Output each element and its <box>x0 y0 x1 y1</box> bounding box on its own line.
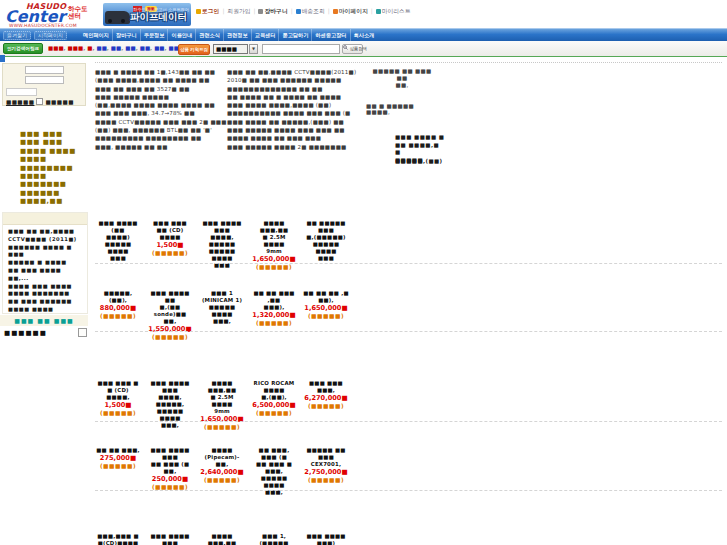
site-logo[interactable]: HASUDO Center 하수도 센터 WWW.HASUDOCENTER.CO… <box>2 1 102 27</box>
search-category-select[interactable]: ■■■■ <box>213 44 248 54</box>
product-item[interactable]: ■■ ■■■, ■■■ (■■■ ■■■ ■ ■■■,■■■■■ ■■■■■■■… <box>251 447 297 496</box>
product-item[interactable]: ■■■■ ■■■,■■■ 2.5M ■■■■9mm1,650,000■(■■■■… <box>199 380 245 431</box>
nav-menu-item[interactable]: 회사소개 <box>351 29 378 41</box>
top-link[interactable]: 마이페이지 <box>325 7 368 16</box>
top-link[interactable]: 배송조회 <box>288 7 325 16</box>
product-item[interactable]: ■■ ■■ ■■■ ,■■■■■),1,320,000■(■■■■■) <box>251 290 297 327</box>
keyword-search-button[interactable]: 상품 키워드검색 <box>178 44 210 55</box>
news-line[interactable]: ■■■■■■■■■■■■■ ■■ ■■ <box>227 85 363 93</box>
product-item[interactable]: ■■■ 1,(■■■■■■■■) ROBOCAM) <box>251 533 297 545</box>
news-line[interactable]: ■■■ ■■ ■■■ ■■ 3527■ ■■ <box>95 85 227 93</box>
news-line[interactable]: (■■■ ■■■■,■■■■ ■■ ■■■■ ■■ <box>95 76 227 84</box>
product-item[interactable]: ■■■ ■■■■ ■■■,(■■ sonde)■■■■,1,550,000■(■… <box>147 290 193 341</box>
product-item[interactable]: ■■■ ■■■ ■■■,6,270,000■(■■■■■) <box>303 380 349 410</box>
nav-tab[interactable]: 즐겨찾기 <box>3 31 31 40</box>
main-navbar: 즐겨찾기시작페이지 메인페이지장바구니주문정보이용안내관련소식관련정보교육센터묻… <box>0 28 727 41</box>
sidebar-category-link[interactable]: ■■■■ <box>20 172 88 180</box>
news-line[interactable]: ■■■■ ■■■■ ■■ ■■■ ■■■ <box>227 134 363 142</box>
nav-menu-item[interactable]: 장바구니 <box>113 29 141 41</box>
sidebar-category-link[interactable]: ■■■ ■■■ <box>20 138 88 146</box>
news-line[interactable]: ■■■ ■■■ ■■■, 34.7→78% ■■ <box>95 109 227 117</box>
news-line[interactable]: ■■■ ■■■■■ ■■■■■ <box>95 93 227 101</box>
login-id-input[interactable] <box>25 66 64 74</box>
product-item[interactable]: ■■■ ■■■ ■■ (CD) ■■■■,1,500■(■■■■■) <box>95 380 141 417</box>
sidebar-category-link[interactable]: ■■■■■■■■ <box>20 164 88 172</box>
popular-keyword[interactable]: ■■ <box>169 45 178 51</box>
product-item[interactable]: ■■ ■■■■■ ■■■■,(■■■■■)■■■■■ ■■■■■■■ <box>303 220 349 262</box>
news-line[interactable]: 2010■ ■■ ■■■ ■■■■■■ ■■■■■ <box>227 76 363 84</box>
nav-menu-item[interactable]: 하센중고장터 <box>312 29 350 41</box>
product-item[interactable]: ■■■,■■■ ■■(CD)■■■■ <box>95 533 141 545</box>
news-line[interactable]: (■■,■■■■ ■■■■ ■■■■ ■■■■ ■■ <box>95 101 227 109</box>
nav-menu-item[interactable]: 교육센터 <box>252 29 280 41</box>
news-line[interactable]: ■■■■■■■■■ ■■■■■■■■ ■■ <box>95 134 227 142</box>
product-name-line: ■ 2.5M ■■■■ <box>251 234 297 248</box>
nav-menu-item[interactable]: 묻고답하기 <box>279 29 312 41</box>
product-item[interactable]: RICO ROCAM ■■■■■,(■■),6,500,000■(■■■■■) <box>251 380 297 417</box>
product-price: 275,000■ <box>95 454 141 463</box>
sidebar-category-link[interactable]: ■■■■,■■ <box>20 197 88 205</box>
news-line[interactable]: ■■■ ■■■■ ■■■■,■■■■ (■■) <box>227 101 363 109</box>
nav-menu-item[interactable]: 주문정보 <box>141 29 169 41</box>
top-link[interactable]: 마이리스트 <box>368 7 411 16</box>
sidebar-teal-link[interactable]: ■■■ ■■ ■■■ <box>0 315 88 326</box>
popular-keyword[interactable]: ■■ <box>140 45 154 51</box>
news-line[interactable]: (■■) ■■■, ■■■■■■ BTL■■ ■■ '■' <box>95 126 227 134</box>
news-line[interactable]: ■■■ ■■■■■ ■■■■ ■■■ ■■■ ■■ <box>227 126 363 134</box>
news-line[interactable]: ■■■ ■■ ■■,■■■■ CCTV■■■■(2011■) <box>227 68 363 76</box>
notice-line: ■■ ■■■ ■■■■ <box>8 267 84 275</box>
login-link[interactable]: ■■■■■ <box>6 99 34 105</box>
sidebar-category-link[interactable]: ■■■ ■■■ <box>20 130 88 138</box>
product-item[interactable]: ■■ ■■ ■■■,275,000■(■■■■■) <box>95 447 141 470</box>
product-item[interactable]: ■■■ ■■■■ (■■■■■■)■■■■■ ■■■■■■■ <box>95 220 141 262</box>
product-item[interactable]: ■■■ 1 (MINICAM 1)■■■■■ ■■■■■■■, <box>199 290 245 325</box>
nav-menu-item[interactable]: 관련소식 <box>196 29 224 41</box>
news-line[interactable]: ■■ ■■■■ ■■ ■ ■■■■ ■■ ■■■■ <box>227 93 363 101</box>
login-code-input[interactable] <box>6 88 37 96</box>
sidebar-category-link[interactable]: ■■■■ ■■■■ <box>20 147 88 155</box>
product-item[interactable]: ■■■■■ ■■ ■■■CEX7001,2,750,000■(■■■■■) <box>303 447 349 484</box>
top-link[interactable]: 장바구니 <box>251 7 288 16</box>
news-line[interactable]: ■■■■■■■■■■ ■■■■ ■■■ ■■■ (■ <box>227 109 363 117</box>
product-item[interactable]: ■■■ ■■■■ ■■■■■■■, ■■■■■ <box>147 533 193 545</box>
popular-keyword[interactable]: ■■ <box>125 45 139 51</box>
login-password-input[interactable] <box>25 76 64 84</box>
nav-menu-item[interactable]: 관련정보 <box>224 29 252 41</box>
sidebar-category-link[interactable]: ■■■■■■■ <box>20 180 88 188</box>
news-line[interactable]: ■■■ ■■■■■ ■■■■ 2■ ■■■■■■■ <box>227 143 363 151</box>
news-line[interactable]: ■■■ ■■■■ ■■ ■■■■■,(■■■) ■■ <box>227 118 363 126</box>
news-line[interactable]: ■■■, ■■■■■ ■■ ■■ <box>95 143 227 151</box>
product-item[interactable]: ■■ ■■ ■■ ,■■■),1,650,000■(■■■■■) <box>303 290 349 320</box>
product-item[interactable]: ■■■■■,(■■),880,000■(■■■■■) <box>95 290 141 320</box>
aside-line: ■■■■■ ■■ ■■■ ■■ <box>366 68 438 82</box>
product-item[interactable]: ■■■ ■■■ ■■ (CD)■■■■1,500■(■■■■■) <box>147 220 193 257</box>
product-item[interactable]: ■■■ ■■■■ ■■■■■■■, ■■■■■■■■■■ ■■■■■■■ <box>199 220 245 269</box>
popular-keyword[interactable]: ■■■ <box>68 45 88 51</box>
product-search-button[interactable]: 상품검색 <box>342 44 363 54</box>
news-line[interactable]: ■■■■ CCTV■■■■■ ■■■ ■■■ 2■ ■■■ <box>95 118 227 126</box>
nav-menu-item[interactable]: 이용안내 <box>168 29 196 41</box>
secure-login-checkbox[interactable] <box>36 98 43 105</box>
product-item[interactable]: ■■■ ■■■■ ■■■)■■ sonde■■■■) <box>303 533 349 545</box>
product-name: ■■■ ■■■■ (■■■■■■)■■■■■ ■■■■■■■ <box>95 220 141 262</box>
row-divider <box>95 331 722 332</box>
popular-keywords-button[interactable]: 인기검색어링크 <box>3 43 43 54</box>
nav-tab[interactable]: 시작페이지 <box>34 31 67 40</box>
top-link[interactable]: 로그인 <box>196 7 219 16</box>
product-item[interactable]: ■■■ ■■■■ ■■■■■ ■■■ (■ ■■,250,000■(■■■■■) <box>147 447 193 491</box>
news-line[interactable]: ■■■ ■ ■■■■ ■■ 1■,143■■ ■■ ■■ <box>95 68 227 76</box>
popular-keyword[interactable]: ■■ <box>111 45 125 51</box>
sidebar-category-link[interactable]: ■■■■ <box>20 155 88 163</box>
popular-keyword[interactable]: ■■ <box>96 45 110 51</box>
sidebar-category-link[interactable]: ■■■■■■ <box>20 189 88 197</box>
product-item[interactable]: ■■■■ (Pipecam)-■■,2,640,000■(■■■■■) <box>199 447 245 484</box>
popular-keyword[interactable]: ■■■ <box>48 45 68 51</box>
top-link[interactable]: 회원가입 <box>219 7 250 16</box>
product-search-input[interactable] <box>262 44 340 54</box>
nav-menu-item[interactable]: 메인페이지 <box>80 29 113 41</box>
pipedata-ad-banner[interactable]: ■■ 하수도검사보고서 소프트웨어 파이프데이터 <box>103 3 191 26</box>
chevron-down-icon[interactable]: ▼ <box>249 44 258 54</box>
popular-keyword[interactable]: ■■ <box>154 45 168 51</box>
sidebar-mini-input[interactable] <box>78 328 87 337</box>
product-item[interactable]: ■■■■ ■■■,■■■ 2.5M ■■■■ <box>199 533 245 545</box>
